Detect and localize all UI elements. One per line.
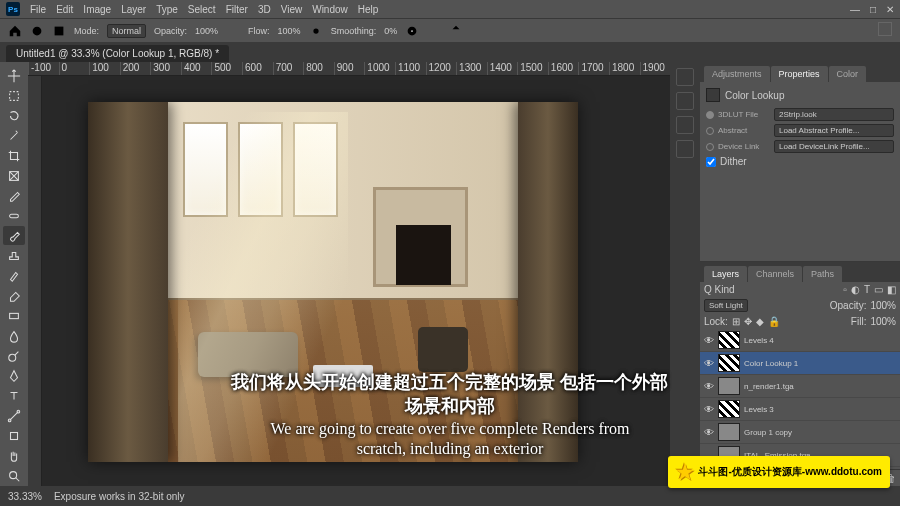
filter-type-icon[interactable]: T: [864, 284, 870, 295]
tab-paths[interactable]: Paths: [803, 266, 842, 282]
fill-value[interactable]: 100%: [870, 316, 896, 327]
symmetry-icon[interactable]: [449, 24, 463, 38]
frame-tool[interactable]: [3, 166, 25, 185]
move-tool[interactable]: [3, 66, 25, 85]
radio-abstract[interactable]: [706, 127, 714, 135]
pen-tool[interactable]: [3, 367, 25, 386]
devicelink-select[interactable]: Load DeviceLink Profile...: [774, 140, 894, 153]
tab-color[interactable]: Color: [829, 66, 867, 82]
window-maximize[interactable]: □: [870, 4, 876, 15]
devicelink-label: Device Link: [718, 142, 770, 151]
gradient-tool[interactable]: [3, 307, 25, 326]
layer-name: Levels 3: [744, 405, 896, 414]
brush-tool[interactable]: [3, 226, 25, 245]
dodge-tool[interactable]: [3, 347, 25, 366]
menu-view[interactable]: View: [281, 4, 303, 15]
hand-tool[interactable]: [3, 447, 25, 466]
heal-tool[interactable]: [3, 206, 25, 225]
flow-value[interactable]: 100%: [278, 26, 301, 36]
marquee-tool[interactable]: [3, 86, 25, 105]
window-minimize[interactable]: —: [850, 4, 860, 15]
filter-pixel-icon[interactable]: ▫: [843, 284, 847, 295]
status-zoom[interactable]: 33.33%: [8, 491, 42, 502]
menu-layer[interactable]: Layer: [121, 4, 146, 15]
radio-3dlut[interactable]: [706, 111, 714, 119]
visibility-icon[interactable]: 👁: [704, 358, 714, 368]
visibility-icon[interactable]: 👁: [704, 427, 714, 437]
lock-pixels-icon[interactable]: ◆: [756, 316, 764, 327]
brush-settings-icon[interactable]: [52, 24, 66, 38]
tab-layers[interactable]: Layers: [704, 266, 747, 282]
svg-point-2: [313, 28, 318, 33]
menu-help[interactable]: Help: [358, 4, 379, 15]
wand-tool[interactable]: [3, 126, 25, 145]
layer-row[interactable]: 👁n_render1.tga: [700, 375, 900, 398]
history-brush-tool[interactable]: [3, 266, 25, 285]
properties-panel: Color Lookup 3DLUT File 2Strip.look Abst…: [700, 82, 900, 176]
brush-preset-icon[interactable]: [30, 24, 44, 38]
airbrush-icon[interactable]: [309, 24, 323, 38]
document-tab[interactable]: Untitled1 @ 33.3% (Color Lookup 1, RGB/8…: [6, 45, 229, 62]
svg-point-9: [9, 354, 16, 361]
canvas[interactable]: [88, 102, 578, 462]
app-logo: Ps: [6, 2, 20, 16]
abstract-select[interactable]: Load Abstract Profile...: [774, 124, 894, 137]
swatches-panel-icon[interactable]: [676, 92, 694, 110]
tab-properties[interactable]: Properties: [771, 66, 828, 82]
menu-type[interactable]: Type: [156, 4, 178, 15]
layer-row[interactable]: 👁Levels 3: [700, 398, 900, 421]
smoothing-settings-icon[interactable]: [405, 24, 419, 38]
lock-icon[interactable]: 🔒: [768, 316, 780, 327]
radio-devicelink[interactable]: [706, 143, 714, 151]
filter-adj-icon[interactable]: ◐: [851, 284, 860, 295]
mode-select[interactable]: Normal: [107, 24, 146, 38]
home-icon[interactable]: [8, 24, 22, 38]
lock-all-icon[interactable]: ⊞: [732, 316, 740, 327]
blend-mode-select[interactable]: Soft Light: [704, 299, 748, 312]
shape-tool[interactable]: [3, 427, 25, 446]
visibility-icon[interactable]: 👁: [704, 335, 714, 345]
type-tool[interactable]: [3, 387, 25, 406]
crop-tool[interactable]: [3, 146, 25, 165]
filter-smart-icon[interactable]: ◧: [887, 284, 896, 295]
path-tool[interactable]: [3, 407, 25, 426]
tab-channels[interactable]: Channels: [748, 266, 802, 282]
menu-edit[interactable]: Edit: [56, 4, 73, 15]
menu-3d[interactable]: 3D: [258, 4, 271, 15]
eyedropper-tool[interactable]: [3, 186, 25, 205]
visibility-icon[interactable]: 👁: [704, 404, 714, 414]
dither-checkbox[interactable]: [706, 157, 716, 167]
layer-name: Color Lookup 1: [744, 359, 896, 368]
color-lookup-icon: [706, 88, 720, 102]
pressure-size-icon[interactable]: [427, 24, 441, 38]
menu-filter[interactable]: Filter: [226, 4, 248, 15]
filter-shape-icon[interactable]: ▭: [874, 284, 883, 295]
window-close[interactable]: ✕: [886, 4, 894, 15]
mode-label: Mode:: [74, 26, 99, 36]
3dlut-select[interactable]: 2Strip.look: [774, 108, 894, 121]
blur-tool[interactable]: [3, 327, 25, 346]
color-panel-icon[interactable]: [676, 68, 694, 86]
menu-image[interactable]: Image: [83, 4, 111, 15]
layer-row[interactable]: 👁Group 1 copy: [700, 421, 900, 444]
workspace-switcher[interactable]: [878, 22, 892, 36]
layer-row[interactable]: 👁Levels 4: [700, 329, 900, 352]
menu-file[interactable]: File: [30, 4, 46, 15]
menu-select[interactable]: Select: [188, 4, 216, 15]
zoom-tool[interactable]: [3, 467, 25, 486]
layer-opacity-value[interactable]: 100%: [870, 300, 896, 311]
smoothing-value[interactable]: 0%: [384, 26, 397, 36]
menu-window[interactable]: Window: [312, 4, 348, 15]
pressure-opacity-icon[interactable]: [226, 24, 240, 38]
libraries-panel-icon[interactable]: [676, 116, 694, 134]
layer-name: Levels 4: [744, 336, 896, 345]
opacity-value[interactable]: 100%: [195, 26, 218, 36]
layer-row[interactable]: 👁Color Lookup 1: [700, 352, 900, 375]
lock-position-icon[interactable]: ✥: [744, 316, 752, 327]
lasso-tool[interactable]: [3, 106, 25, 125]
stamp-tool[interactable]: [3, 246, 25, 265]
history-panel-icon[interactable]: [676, 140, 694, 158]
tab-adjustments[interactable]: Adjustments: [704, 66, 770, 82]
eraser-tool[interactable]: [3, 287, 25, 306]
visibility-icon[interactable]: 👁: [704, 381, 714, 391]
